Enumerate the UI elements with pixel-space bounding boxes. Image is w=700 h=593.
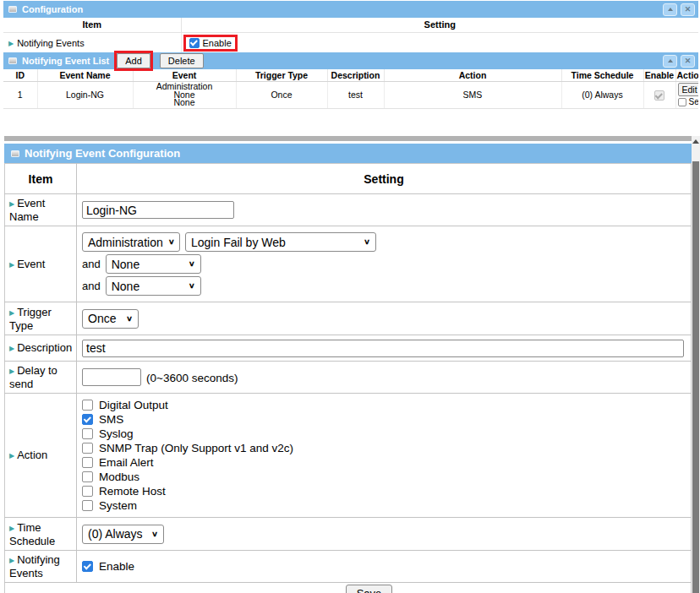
description-label: Description <box>17 341 72 354</box>
action-option-checkbox[interactable] <box>82 414 93 425</box>
action-option: Email Alert <box>82 456 689 469</box>
delete-button[interactable]: Delete <box>160 53 204 68</box>
event-type-select[interactable]: Login Fail by Web∨ <box>185 232 376 252</box>
panel-icon <box>8 57 17 64</box>
bullet-icon: ▶ <box>9 557 14 564</box>
bullet-icon: ▶ <box>9 525 14 532</box>
add-button[interactable]: Add <box>117 53 150 68</box>
notifying-event-configuration-panel: Notifying Event Configuration Item Setti… <box>4 144 692 593</box>
close-icon: ✕ <box>685 57 692 65</box>
enable-highlight-box: Enable <box>183 35 238 52</box>
event-list-close-button[interactable]: ✕ <box>681 55 695 68</box>
event-list-column-header: Event Name <box>37 69 133 82</box>
event-line: None <box>134 99 235 107</box>
bullet-icon: ▶ <box>8 40 14 47</box>
action-option: Remote Host <box>82 485 689 498</box>
save-button[interactable]: Save <box>346 585 393 593</box>
edit-button[interactable]: Edit <box>678 83 699 96</box>
action-option-label: SNMP Trap (Only Support v1 and v2c) <box>99 442 293 454</box>
time-schedule-row: ▶Time Schedule (0) Always∨ <box>5 518 692 551</box>
notifying-events-setting-cell: Enable <box>181 32 698 53</box>
time-schedule-label: Time Schedule <box>9 521 55 547</box>
event-setting-cell: Administration∨ Login Fail by Web∨ and N… <box>77 226 692 302</box>
event-row: ▶Event Administration∨ Login Fail by Web… <box>5 226 692 302</box>
event-list-row: 1 Login-NG Administration None None Once… <box>3 82 698 109</box>
save-row: Save <box>5 583 692 593</box>
trigger-type-value: Once <box>88 312 116 325</box>
bullet-icon: ▶ <box>9 452 14 460</box>
event-category-select[interactable]: Administration∨ <box>82 232 180 252</box>
event-and2-select[interactable]: None∨ <box>106 276 201 296</box>
description-input[interactable] <box>82 340 684 357</box>
action-option-checkbox[interactable] <box>82 471 93 482</box>
cell-action: SMS <box>384 82 561 109</box>
cell-enable <box>643 82 675 109</box>
event-list-column-header: Action <box>384 69 561 82</box>
action-option-checkbox[interactable] <box>82 457 93 468</box>
trigger-type-select[interactable]: Once∨ <box>82 309 139 329</box>
event-type-value: Login Fail by Web <box>191 236 286 249</box>
event-list-column-header: Enable <box>643 69 675 82</box>
cell-event: Administration None None <box>133 82 236 109</box>
configuration-collapse-button[interactable] <box>663 3 677 16</box>
event-name-input[interactable] <box>82 201 234 219</box>
configuration-header-row: Item Setting <box>3 18 698 32</box>
action-option-checkbox[interactable] <box>82 500 93 511</box>
bullet-icon: ▶ <box>9 200 14 208</box>
description-label-cell: ▶Description <box>5 335 77 362</box>
action-option-checkbox[interactable] <box>82 428 93 439</box>
event-list-collapse-button[interactable] <box>663 55 677 68</box>
event-and1-select[interactable]: None∨ <box>106 254 201 274</box>
delay-row: ▶Delay to send (0~3600 seconds) <box>5 362 692 394</box>
chevron-down-icon: ∨ <box>189 259 195 268</box>
event-config-panel-title: Notifying Event Configuration <box>25 147 180 160</box>
notifying-events-enable-checkbox[interactable] <box>82 561 93 572</box>
add-highlight-box: Add <box>114 51 153 71</box>
notifying-events-label: Notifying Events <box>17 38 84 48</box>
event-list-toolbar: Add Delete <box>114 51 203 71</box>
vertical-scrollbar[interactable] <box>692 136 700 593</box>
action-row: ▶Action Digital Output SMS Syslog SNMP T… <box>5 394 692 518</box>
action-option-label: System <box>99 499 137 512</box>
action-setting-cell: Digital Output SMS Syslog SNMP Trap (Onl… <box>77 394 692 518</box>
event-name-label-cell: ▶Event Name <box>5 194 77 226</box>
action-option-checkbox[interactable] <box>82 443 93 454</box>
panel-icon <box>8 6 17 13</box>
time-schedule-select[interactable]: (0) Always∨ <box>82 525 164 544</box>
description-row: ▶Description <box>5 335 692 362</box>
cell-trigger-type: Once <box>236 82 327 109</box>
action-option: Digital Output <box>82 399 689 411</box>
action-option-checkbox[interactable] <box>82 486 93 497</box>
notifying-events-label: Notifying Events <box>9 553 60 579</box>
scroll-region-top-border <box>4 136 692 141</box>
delay-input[interactable] <box>82 368 141 386</box>
action-option: System <box>82 499 689 512</box>
notifying-events-enable-checkbox[interactable] <box>189 38 200 48</box>
event-list-header-row: IDEvent NameEventTrigger TypeDescription… <box>3 69 698 82</box>
chevron-down-icon: ∨ <box>126 314 133 323</box>
event-and2-value: None <box>112 280 139 293</box>
configuration-panel: Configuration ✕ Item Setting ▶Notifying … <box>3 1 698 54</box>
chevron-down-icon: ∨ <box>364 237 370 246</box>
trigger-type-setting-cell: Once∨ <box>77 302 692 335</box>
action-option-label: Remote Host <box>99 485 166 498</box>
event-category-value: Administration <box>88 236 163 249</box>
select-checkbox-label: Select <box>689 97 699 106</box>
item-column-header: Item <box>3 18 181 32</box>
cell-actions: Edit Select <box>675 82 698 109</box>
trigger-type-row: ▶Trigger Type Once∨ <box>5 302 692 335</box>
scrollbar-thumb[interactable] <box>692 161 699 593</box>
window-controls: ✕ <box>663 3 695 16</box>
action-option-checkbox[interactable] <box>82 400 93 411</box>
row-select-checkbox[interactable] <box>678 98 686 106</box>
event-label: Event <box>17 258 45 270</box>
event-name-row: ▶Event Name <box>5 194 692 226</box>
delay-label-cell: ▶Delay to send <box>5 362 77 394</box>
chevron-down-icon: ∨ <box>168 237 175 246</box>
notifying-events-row: ▶Notifying Events Enable <box>3 32 698 53</box>
action-label: Action <box>17 449 47 461</box>
scrollbar-up-button[interactable] <box>692 136 700 147</box>
configuration-close-button[interactable]: ✕ <box>681 3 695 16</box>
row-enable-checkbox <box>654 90 664 101</box>
panel-icon <box>11 150 19 157</box>
